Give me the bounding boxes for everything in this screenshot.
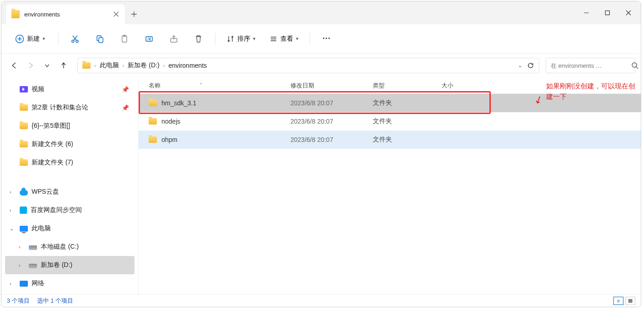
chevron-right-icon: › xyxy=(123,63,124,68)
copy-button[interactable] xyxy=(91,31,108,47)
chevron-down-icon: ⌄ xyxy=(10,226,16,232)
sidebar-item-label: 视频 xyxy=(32,85,44,93)
search-input[interactable] xyxy=(551,62,628,69)
svg-text:A: A xyxy=(147,37,150,41)
up-button[interactable] xyxy=(56,58,71,73)
chevron-right-icon: › xyxy=(163,63,165,68)
sidebar-item-videos[interactable]: 视频📌 xyxy=(5,80,134,98)
tiles-view-button[interactable]: ▦ xyxy=(625,297,635,305)
pin-icon: 📌 xyxy=(122,104,129,111)
details-view-button[interactable]: ≡ xyxy=(613,297,623,305)
view-icon xyxy=(269,35,278,43)
maximize-button[interactable] xyxy=(597,5,618,20)
sidebar-item-drive-d[interactable]: ›新加卷 (D:) xyxy=(5,256,134,274)
sidebar-item-wps[interactable]: ›WPS云盘 xyxy=(5,183,134,201)
more-button[interactable]: ··· xyxy=(318,31,335,47)
folder-icon xyxy=(82,62,91,69)
history-button[interactable] xyxy=(40,58,54,73)
svg-point-26 xyxy=(632,63,637,67)
sidebar: 视频📌 第2章 计数和集合论📌 {6}--第5章图[] 新建文件夹 (6) 新建… xyxy=(1,77,139,294)
chevron-right-icon: › xyxy=(94,63,96,68)
file-name: hm_sdk_3.1 xyxy=(161,99,196,107)
sidebar-item-folder[interactable]: {6}--第5章图[] xyxy=(5,117,134,135)
forward-button[interactable] xyxy=(23,58,38,73)
separator xyxy=(215,33,215,45)
breadcrumb[interactable]: › 此电脑 › 新加卷 (D:) › environments ⌄ xyxy=(77,58,539,73)
chevron-down-icon[interactable]: ⌄ xyxy=(518,62,522,69)
chevron-right-icon: › xyxy=(19,244,25,250)
sidebar-item-label: 第2章 计数和集合论 xyxy=(32,103,88,112)
sidebar-item-folder[interactable]: 新建文件夹 (7) xyxy=(5,153,134,172)
file-date: 2023/6/8 20:07 xyxy=(290,136,373,143)
chevron-right-icon: › xyxy=(10,189,16,195)
sidebar-item-folder[interactable]: 新建文件夹 (6) xyxy=(5,135,134,153)
sidebar-item-label: 新加卷 (D:) xyxy=(41,261,72,269)
new-label: 新建 xyxy=(27,35,40,43)
separator xyxy=(310,33,310,45)
sidebar-item-label: 本地磁盘 (C:) xyxy=(41,243,79,251)
view-button[interactable]: 查看 ▾ xyxy=(267,32,301,46)
cloud-icon xyxy=(20,190,28,196)
sort-button[interactable]: 排序 ▾ xyxy=(224,32,258,46)
file-type: 文件夹 xyxy=(373,136,441,144)
view-label: 查看 xyxy=(280,35,293,43)
chevron-down-icon: ▾ xyxy=(253,36,256,42)
file-name: nodejs xyxy=(161,118,180,125)
folder-icon xyxy=(11,10,20,18)
sidebar-item-thispc[interactable]: ⌄此电脑 xyxy=(5,219,134,238)
file-date: 2023/6/8 20:07 xyxy=(290,99,373,107)
col-type-header[interactable]: 类型 xyxy=(373,82,441,90)
plus-circle-icon xyxy=(15,34,24,44)
col-size-header[interactable]: 大小 xyxy=(441,82,487,90)
file-list-area: ↙ 如果刚刚没创建，可以现在创 建一下 名称˄ 修改日期 类型 大小 hm_sd… xyxy=(139,77,641,294)
sidebar-item-network[interactable]: ›网络 xyxy=(5,274,134,293)
chevron-right-icon: › xyxy=(19,262,25,268)
sidebar-item-label: WPS云盘 xyxy=(32,188,59,196)
statusbar: 3 个项目 选中 1 个项目 ≡ ▦ xyxy=(1,294,641,307)
minimize-button[interactable] xyxy=(576,5,597,20)
delete-button[interactable] xyxy=(190,31,207,47)
back-button[interactable] xyxy=(7,58,21,73)
new-button[interactable]: 新建 ▾ xyxy=(11,32,50,46)
body: 视频📌 第2章 计数和集合论📌 {6}--第5章图[] 新建文件夹 (6) 新建… xyxy=(1,77,641,294)
file-date: 2023/6/8 20:07 xyxy=(290,118,373,125)
folder-icon xyxy=(20,104,28,111)
close-button[interactable] xyxy=(618,5,639,20)
refresh-button[interactable] xyxy=(527,62,534,69)
rename-button[interactable]: A xyxy=(141,31,157,47)
folder-icon xyxy=(149,118,157,125)
sidebar-item-label: 新建文件夹 (6) xyxy=(32,140,73,148)
disk-icon xyxy=(29,245,37,250)
svg-rect-5 xyxy=(606,11,610,15)
col-name-header[interactable]: 名称˄ xyxy=(149,82,290,90)
folder-icon xyxy=(20,123,28,129)
sort-indicator-icon: ˄ xyxy=(200,82,203,88)
disk-icon xyxy=(29,264,37,268)
svg-point-12 xyxy=(76,40,78,42)
video-icon xyxy=(20,86,28,92)
file-row[interactable]: nodejs 2023/6/8 20:07 文件夹 xyxy=(139,112,641,131)
breadcrumb-item[interactable]: environments xyxy=(168,62,207,69)
window-tab[interactable]: environments xyxy=(6,4,125,24)
sidebar-item-label: 此电脑 xyxy=(32,224,51,233)
col-date-header[interactable]: 修改日期 xyxy=(290,82,373,90)
share-button[interactable] xyxy=(166,31,182,47)
sidebar-item-baidu[interactable]: ›百度网盘同步空间 xyxy=(5,201,134,219)
annotation-text: ↙ 如果刚刚没创建，可以现在创 建一下 xyxy=(546,81,635,102)
searchbox[interactable] xyxy=(546,58,635,73)
sidebar-item-drive-c[interactable]: ›本地磁盘 (C:) xyxy=(5,238,134,256)
folder-icon xyxy=(149,100,157,106)
network-icon xyxy=(20,281,28,287)
file-type: 文件夹 xyxy=(373,117,441,125)
file-row[interactable]: ohpm 2023/6/8 20:07 文件夹 xyxy=(139,131,641,149)
sidebar-item-folder[interactable]: 第2章 计数和集合论📌 xyxy=(5,98,134,117)
file-rows: hm_sdk_3.1 2023/6/8 20:07 文件夹 nodejs 202… xyxy=(139,94,641,149)
new-tab-button[interactable] xyxy=(125,4,143,24)
breadcrumb-item[interactable]: 新加卷 (D:) xyxy=(128,61,159,70)
cut-button[interactable] xyxy=(67,31,83,47)
ellipsis-icon: ··· xyxy=(322,34,331,44)
breadcrumb-item[interactable]: 此电脑 xyxy=(100,61,119,70)
tab-close-button[interactable] xyxy=(113,11,119,17)
folder-icon xyxy=(149,136,157,143)
paste-button[interactable] xyxy=(116,31,133,47)
